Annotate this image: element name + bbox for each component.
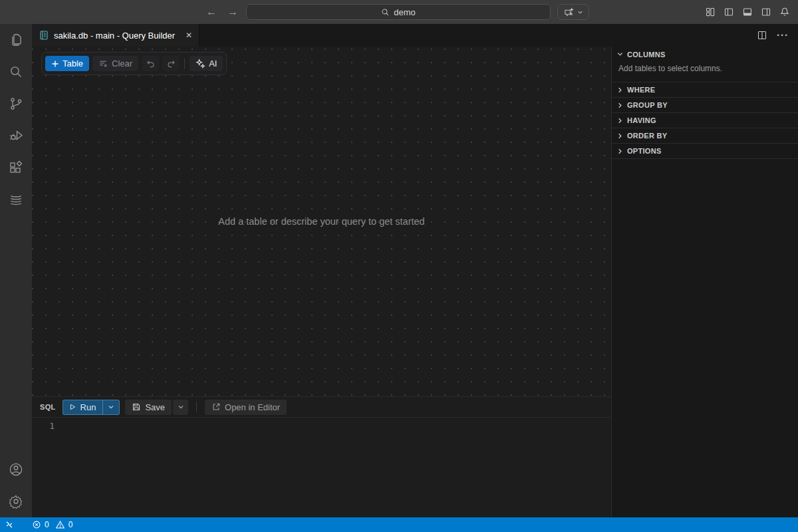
ai-button[interactable]: AI [190, 56, 223, 71]
extensions-icon[interactable] [0, 152, 32, 184]
redo-button[interactable] [162, 56, 180, 71]
source-control-icon[interactable] [0, 88, 32, 120]
forward-button[interactable]: → [227, 6, 238, 18]
sql-toolbar-separator [196, 402, 197, 412]
run-split-button: Run [63, 400, 120, 415]
canvas-toolbar: Table Clear [41, 52, 227, 75]
database-icon[interactable] [0, 184, 32, 215]
tab-title: sakila.db - main - Query Builder [54, 31, 175, 41]
status-bar: 0 0 [0, 517, 798, 532]
back-button[interactable]: ← [206, 6, 217, 18]
clear-label: Clear [112, 59, 132, 68]
open-in-editor-button[interactable]: Open in Editor [205, 400, 287, 415]
undo-button[interactable] [142, 56, 159, 71]
section-columns[interactable]: COLUMNS [612, 47, 798, 62]
notifications-bell-icon[interactable] [779, 7, 790, 17]
section-group-by-label: GROUP BY [627, 101, 668, 109]
query-options-panel: COLUMNS Add tables to select columns. WH… [611, 47, 798, 517]
search-view-icon[interactable] [0, 56, 32, 88]
run-dropdown-button[interactable] [103, 400, 119, 414]
plus-icon [51, 60, 59, 68]
redo-icon [166, 59, 176, 68]
section-having[interactable]: HAVING [612, 112, 798, 128]
section-order-by[interactable]: ORDER BY [612, 128, 798, 143]
toggle-primary-sidebar-icon[interactable] [724, 7, 734, 17]
notebook-icon [39, 30, 49, 41]
undo-icon [146, 59, 156, 68]
sql-code-editor[interactable]: 1 [32, 418, 611, 517]
run-label: Run [80, 402, 96, 412]
remote-indicator[interactable] [0, 517, 19, 532]
run-button[interactable]: Run [63, 400, 103, 414]
problems-status[interactable]: 0 0 [28, 517, 79, 532]
chevron-down-icon [178, 404, 184, 410]
save-dropdown-button[interactable] [173, 400, 188, 415]
accounts-icon[interactable] [0, 454, 32, 485]
sql-label: SQL [40, 403, 56, 411]
editor-content: Table Clear [32, 47, 798, 517]
section-options[interactable]: OPTIONS [612, 143, 798, 158]
canvas-empty-hint: Add a table or describe your query to ge… [218, 216, 424, 227]
open-external-icon [211, 402, 221, 412]
chevron-right-icon [616, 148, 624, 155]
chevron-down-icon [108, 404, 114, 410]
warning-icon [55, 520, 65, 529]
section-having-label: HAVING [627, 116, 656, 124]
save-floppy-icon [132, 402, 141, 412]
chevron-down-icon [616, 51, 624, 58]
command-center-search[interactable]: demo [246, 4, 551, 20]
chevron-right-icon [616, 86, 624, 94]
editor-gutter: 1 [32, 418, 66, 517]
ai-label: AI [209, 59, 217, 68]
explorer-icon[interactable] [0, 24, 32, 56]
save-label: Save [145, 402, 165, 412]
workbench: sakila.db - main - Query Builder ✕ ··· [32, 24, 798, 517]
settings-gear-icon[interactable] [0, 485, 32, 517]
toggle-panel-icon[interactable] [742, 7, 753, 17]
clear-list-icon [98, 59, 108, 68]
clear-button[interactable]: Clear [92, 56, 138, 71]
section-where-label: WHERE [627, 86, 655, 94]
section-where[interactable]: WHERE [612, 82, 798, 97]
toolbar-separator [184, 59, 185, 69]
save-button[interactable]: Save [125, 400, 172, 415]
activity-bar-spacer [0, 215, 32, 454]
tab-strip: sakila.db - main - Query Builder ✕ ··· [32, 24, 798, 47]
code-area[interactable] [66, 418, 611, 517]
toggle-secondary-sidebar-icon[interactable] [761, 7, 771, 17]
section-group-by[interactable]: GROUP BY [612, 97, 798, 112]
warning-count: 0 [68, 520, 73, 529]
chevron-right-icon [616, 117, 624, 124]
error-icon [32, 520, 41, 529]
chevron-down-icon [577, 9, 583, 15]
close-icon[interactable]: ✕ [186, 31, 192, 40]
query-builder-column: Table Clear [32, 47, 611, 517]
tab-query-builder[interactable]: sakila.db - main - Query Builder ✕ [32, 24, 200, 47]
activity-bar [0, 24, 32, 517]
section-options-label: OPTIONS [627, 147, 662, 155]
copilot-menu-button[interactable] [557, 4, 589, 20]
add-table-label: Table [63, 59, 83, 68]
customize-layout-icon[interactable] [705, 7, 716, 17]
play-icon [68, 403, 76, 411]
section-order-by-label: ORDER BY [627, 132, 667, 140]
more-actions-icon[interactable]: ··· [777, 32, 789, 39]
remote-icon [5, 520, 14, 529]
run-debug-icon[interactable] [0, 120, 32, 152]
line-number: 1 [32, 421, 66, 431]
copilot-icon [563, 7, 575, 17]
chevron-right-icon [616, 102, 624, 109]
sections-end-divider [612, 158, 798, 159]
columns-empty-message: Add tables to select columns. [612, 62, 798, 82]
query-builder-canvas[interactable]: Table Clear [32, 47, 611, 396]
split-editor-icon[interactable] [757, 30, 767, 41]
search-value: demo [394, 7, 416, 17]
sparkles-icon [196, 59, 205, 68]
chevron-right-icon [616, 132, 624, 140]
sql-toolbar: SQL Run [32, 396, 611, 418]
add-table-button[interactable]: Table [45, 56, 89, 71]
vscode-window: ← → demo [0, 0, 798, 532]
error-count: 0 [45, 520, 49, 529]
titlebar: ← → demo [0, 0, 798, 24]
search-icon [381, 8, 390, 17]
